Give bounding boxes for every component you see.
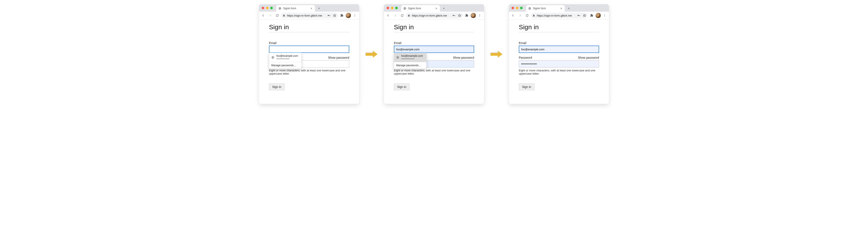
tab-strip: Signin form × + bbox=[509, 4, 609, 11]
show-password-toggle[interactable]: Show password bbox=[328, 56, 349, 59]
tab-close-button[interactable]: × bbox=[435, 7, 438, 10]
email-field: Email foo@example.com ••••••••••••••• Ma… bbox=[394, 41, 474, 53]
globe-icon bbox=[278, 7, 281, 10]
svg-point-4 bbox=[354, 15, 355, 15]
globe-icon bbox=[403, 7, 406, 10]
tab-close-button[interactable]: × bbox=[310, 7, 313, 10]
lock-icon bbox=[532, 14, 535, 17]
window-controls bbox=[261, 7, 273, 9]
window-zoom-button[interactable] bbox=[520, 7, 523, 9]
forward-button[interactable] bbox=[267, 12, 273, 19]
autofill-suggestion[interactable]: foo@example.com ••••••••••••••• bbox=[394, 53, 426, 62]
back-button[interactable] bbox=[385, 12, 391, 19]
address-bar[interactable]: https://sign-in-form.glitch.me bbox=[531, 13, 588, 18]
window-close-button[interactable] bbox=[261, 7, 264, 9]
svg-point-6 bbox=[354, 16, 355, 17]
window-minimize-button[interactable] bbox=[266, 7, 269, 9]
extensions-button[interactable] bbox=[589, 12, 595, 19]
forward-button[interactable] bbox=[517, 12, 523, 19]
autofill-suggestion[interactable]: foo@example.com ••••••••••••••• bbox=[269, 53, 301, 62]
manage-passwords[interactable]: Manage passwords… bbox=[394, 62, 426, 68]
key-icon[interactable] bbox=[327, 14, 331, 17]
star-icon[interactable] bbox=[458, 14, 461, 17]
browser-toolbar: https://sign-in-form.glitch.me bbox=[384, 11, 484, 20]
svg-point-20 bbox=[604, 15, 605, 15]
password-input[interactable] bbox=[519, 60, 599, 67]
svg-point-9 bbox=[453, 15, 454, 16]
address-bar[interactable]: https://sign-in-form.glitch.me bbox=[406, 13, 463, 18]
email-input[interactable] bbox=[394, 46, 474, 53]
browser-tab[interactable]: Signin form × bbox=[276, 5, 315, 11]
browser-window-2: Signin form × + https://sign-in-form.gli… bbox=[384, 4, 484, 104]
new-tab-button[interactable]: + bbox=[316, 6, 322, 11]
browser-tab[interactable]: Signin form × bbox=[401, 5, 440, 11]
extensions-button[interactable] bbox=[339, 12, 345, 19]
tab-title: Signin form bbox=[533, 7, 558, 10]
back-button[interactable] bbox=[260, 12, 267, 19]
key-icon[interactable] bbox=[577, 14, 581, 17]
svg-point-12 bbox=[479, 15, 480, 15]
window-zoom-button[interactable] bbox=[270, 7, 273, 9]
address-bar[interactable]: https://sign-in-form.glitch.me bbox=[281, 13, 338, 18]
password-helper: Eight or more characters, with at least … bbox=[269, 69, 349, 75]
new-tab-button[interactable]: + bbox=[566, 6, 571, 11]
svg-point-1 bbox=[328, 15, 329, 16]
profile-avatar[interactable] bbox=[346, 13, 351, 18]
forward-button[interactable] bbox=[392, 12, 398, 19]
window-minimize-button[interactable] bbox=[516, 7, 518, 9]
email-input[interactable] bbox=[269, 46, 349, 53]
globe-icon bbox=[396, 56, 399, 59]
svg-point-17 bbox=[578, 15, 579, 16]
password-label: Password bbox=[519, 56, 532, 59]
extensions-button[interactable] bbox=[464, 12, 470, 19]
profile-avatar[interactable] bbox=[596, 13, 601, 18]
star-icon[interactable] bbox=[583, 14, 586, 17]
email-input[interactable] bbox=[519, 46, 599, 53]
autofill-dropdown: foo@example.com ••••••••••••••• Manage p… bbox=[269, 53, 302, 69]
tab-title: Signin form bbox=[283, 7, 308, 10]
profile-avatar[interactable] bbox=[471, 13, 476, 18]
reload-button[interactable] bbox=[399, 12, 405, 19]
window-close-button[interactable] bbox=[386, 7, 389, 9]
suggestion-password-mask: ••••••••••••••• bbox=[276, 58, 298, 60]
show-password-toggle[interactable]: Show password bbox=[453, 56, 474, 59]
manage-passwords[interactable]: Manage passwords… bbox=[269, 62, 301, 68]
signin-button[interactable]: Sign in bbox=[519, 83, 534, 90]
suggestion-password-mask: ••••••••••••••• bbox=[401, 58, 423, 60]
url-text: https://sign-in-form.glitch.me bbox=[412, 14, 451, 17]
tab-close-button[interactable]: × bbox=[560, 7, 563, 10]
window-close-button[interactable] bbox=[512, 7, 514, 9]
menu-button[interactable] bbox=[601, 12, 608, 19]
autofill-dropdown: foo@example.com ••••••••••••••• Manage p… bbox=[394, 53, 427, 69]
page-content: Sign in Email Password Show password Eig… bbox=[509, 20, 609, 104]
window-controls bbox=[512, 7, 523, 9]
svg-point-22 bbox=[604, 16, 605, 17]
divider bbox=[394, 32, 474, 32]
reload-button[interactable] bbox=[524, 12, 530, 19]
key-icon[interactable] bbox=[452, 14, 456, 17]
reload-button[interactable] bbox=[274, 12, 280, 19]
svg-point-14 bbox=[479, 16, 480, 17]
new-tab-button[interactable]: + bbox=[441, 6, 447, 11]
window-minimize-button[interactable] bbox=[391, 7, 394, 9]
signin-button[interactable]: Sign in bbox=[269, 83, 285, 90]
tab-strip: Signin form × + bbox=[259, 4, 359, 11]
tab-strip: Signin form × + bbox=[384, 4, 484, 11]
browser-toolbar: https://sign-in-form.glitch.me bbox=[509, 11, 609, 20]
divider bbox=[269, 32, 349, 32]
star-icon[interactable] bbox=[333, 14, 336, 17]
signin-button[interactable]: Sign in bbox=[394, 83, 409, 90]
page-content: Sign in Email foo@example.com ••••••••••… bbox=[384, 20, 484, 104]
email-field: Email bbox=[519, 41, 599, 53]
back-button[interactable] bbox=[510, 12, 516, 19]
show-password-toggle[interactable]: Show password bbox=[578, 56, 599, 59]
email-label: Email bbox=[269, 41, 276, 45]
url-text: https://sign-in-form.glitch.me bbox=[537, 14, 576, 17]
arrow-1 bbox=[366, 50, 377, 58]
menu-button[interactable] bbox=[352, 12, 358, 19]
browser-toolbar: https://sign-in-form.glitch.me bbox=[259, 11, 359, 20]
browser-tab[interactable]: Signin form × bbox=[526, 5, 565, 11]
menu-button[interactable] bbox=[477, 12, 483, 19]
window-zoom-button[interactable] bbox=[395, 7, 398, 9]
tab-title: Signin form bbox=[408, 7, 433, 10]
